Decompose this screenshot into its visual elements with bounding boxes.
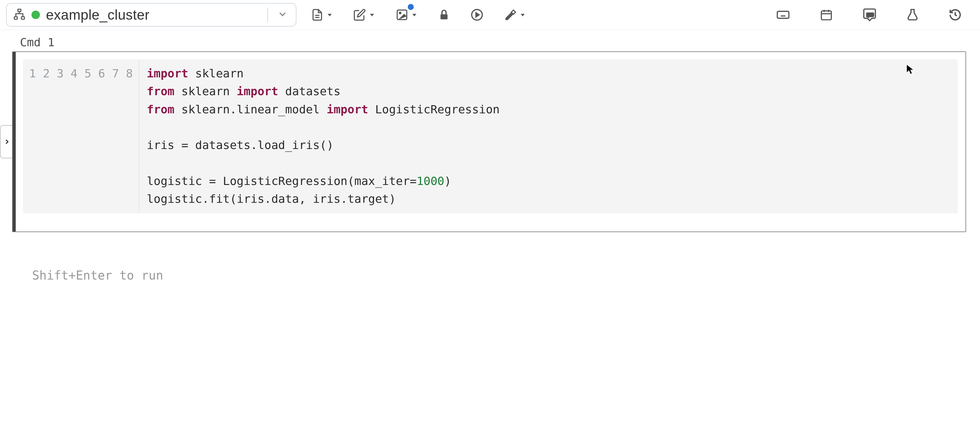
image-menu-button[interactable] <box>393 6 420 24</box>
svg-rect-20 <box>821 11 832 20</box>
divider <box>267 8 268 22</box>
revision-history-button[interactable] <box>945 6 965 24</box>
caret-down-icon <box>369 12 375 18</box>
svg-marker-13 <box>520 14 525 16</box>
notebook-body: Cmd 1 1 2 <box>0 30 980 282</box>
svg-marker-6 <box>370 14 374 16</box>
notebook-toolbar: example_cluster <box>0 0 980 30</box>
edit-menu-button[interactable] <box>350 6 378 24</box>
sitemap-icon <box>13 8 25 21</box>
caret-down-icon <box>411 12 417 18</box>
cell-focus-bar <box>13 52 16 231</box>
code-cell[interactable]: 1 2 3 4 5 6 7 8 import sklearn from skle… <box>12 51 966 232</box>
run-hint: Shift+Enter to run <box>32 268 980 282</box>
experiments-button[interactable] <box>903 6 922 24</box>
run-all-button[interactable] <box>468 6 486 24</box>
cluster-status-dot-icon <box>32 11 40 19</box>
keyboard-shortcuts-button[interactable] <box>773 6 793 24</box>
svg-rect-14 <box>777 11 789 19</box>
svg-marker-12 <box>476 13 479 17</box>
svg-marker-9 <box>412 14 416 16</box>
cluster-name: example_cluster <box>46 6 150 23</box>
notification-dot-icon <box>408 4 414 10</box>
cell-label: Cmd 1 <box>0 30 980 51</box>
svg-rect-10 <box>441 14 447 19</box>
svg-rect-2 <box>21 17 24 19</box>
cluster-attach-pill[interactable]: example_cluster <box>6 3 296 27</box>
svg-point-8 <box>399 12 401 14</box>
line-number-gutter: 1 2 3 4 5 6 7 8 <box>23 59 140 213</box>
toolbar-left-group <box>308 6 529 24</box>
svg-marker-5 <box>328 14 331 16</box>
lock-button[interactable] <box>435 6 453 24</box>
clear-menu-button[interactable] <box>501 6 529 24</box>
code-content[interactable]: import sklearn from sklearn import datas… <box>140 59 958 213</box>
chevron-down-icon[interactable] <box>274 9 291 21</box>
svg-rect-0 <box>18 9 21 11</box>
comments-button[interactable] <box>860 6 880 24</box>
cell-expander-handle[interactable] <box>0 125 13 158</box>
code-editor[interactable]: 1 2 3 4 5 6 7 8 import sklearn from skle… <box>23 59 958 213</box>
schedule-button[interactable] <box>817 6 836 24</box>
caret-down-icon <box>327 12 333 18</box>
caret-down-icon <box>520 12 526 18</box>
file-menu-button[interactable] <box>308 6 336 24</box>
toolbar-right-group <box>773 6 965 24</box>
svg-rect-1 <box>14 17 17 19</box>
